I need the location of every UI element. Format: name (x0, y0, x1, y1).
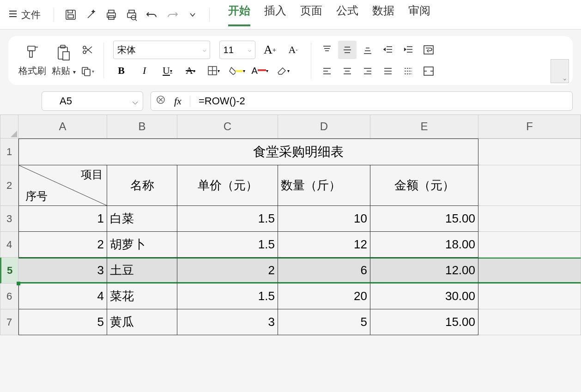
cell[interactable]: 白菜 (107, 206, 177, 232)
cell[interactable]: 6 (278, 258, 370, 283)
justify-icon[interactable] (379, 62, 397, 80)
decrease-font-icon[interactable]: A- (285, 42, 302, 58)
dialog-launcher-icon[interactable]: ⌄ (551, 59, 569, 83)
cell[interactable]: 2 (18, 232, 107, 258)
tab-data[interactable]: 数据 (372, 3, 394, 26)
cell[interactable]: 金额（元） (370, 165, 478, 206)
font-name-select[interactable]: 宋体 ⌵ (113, 41, 210, 59)
cell[interactable]: 菜花 (107, 283, 177, 309)
cell[interactable]: 5 (18, 309, 107, 335)
cell[interactable]: 黄瓜 (107, 309, 177, 335)
font-size-select[interactable]: 11 ⌵ (219, 41, 255, 59)
row-header[interactable]: 1 (0, 139, 18, 165)
cell[interactable]: 3 (18, 258, 107, 283)
magic-icon[interactable] (81, 5, 101, 25)
underline-button[interactable]: U ▾ (159, 63, 176, 78)
format-painter-button[interactable]: 格式刷 (16, 42, 49, 79)
row-header[interactable]: 4 (0, 232, 18, 258)
dropdown-more-icon[interactable] (182, 5, 203, 25)
save-icon[interactable] (61, 5, 81, 25)
row-header[interactable]: 7 (0, 309, 18, 335)
align-center-icon[interactable] (338, 62, 357, 80)
column-header[interactable]: A (18, 115, 107, 139)
align-top-icon[interactable] (318, 41, 336, 59)
align-right-icon[interactable] (358, 62, 377, 80)
column-header[interactable]: B (107, 115, 177, 139)
tab-review[interactable]: 审阅 (408, 3, 430, 26)
select-all-corner[interactable] (0, 115, 18, 139)
row-header[interactable]: 2 (0, 165, 18, 206)
cell[interactable] (478, 232, 581, 258)
column-header[interactable]: D (278, 115, 370, 139)
cell[interactable]: 胡萝卜 (107, 232, 177, 258)
cell[interactable]: 单价（元） (177, 165, 278, 206)
tab-formula[interactable]: 公式 (336, 3, 358, 26)
cell[interactable] (107, 139, 177, 165)
formula-input[interactable] (199, 95, 568, 107)
cell[interactable]: 1 (18, 206, 107, 232)
strikethrough-button[interactable]: A ▾ (182, 63, 199, 78)
cell[interactable] (18, 139, 107, 165)
print-icon[interactable] (101, 5, 121, 25)
merge-cells-icon[interactable] (419, 62, 438, 80)
cell[interactable]: 30.00 (370, 283, 478, 309)
cell[interactable]: 18.00 (370, 232, 478, 258)
cell[interactable]: 10 (278, 206, 370, 232)
cell[interactable]: 12.00 (370, 258, 478, 283)
undo-icon[interactable] (142, 5, 162, 25)
cell[interactable]: 15.00 (370, 309, 478, 335)
cell[interactable]: 食堂采购明细表 (278, 139, 370, 165)
cell[interactable]: 1.5 (177, 232, 278, 258)
cell[interactable]: 20 (278, 283, 370, 309)
fx-icon[interactable]: fx (174, 95, 182, 107)
cell[interactable] (370, 139, 478, 165)
cell-diagonal-header[interactable]: 项目 序号 (18, 165, 107, 206)
cell[interactable]: 2 (177, 258, 278, 283)
tab-insert[interactable]: 插入 (264, 3, 286, 26)
copy-icon[interactable]: ▾ (79, 62, 97, 80)
increase-indent-icon[interactable] (399, 41, 418, 59)
name-box[interactable]: A5 ⌵ (42, 91, 143, 111)
tab-start[interactable]: 开始 (228, 3, 250, 26)
cell[interactable] (478, 165, 581, 206)
cell[interactable]: 3 (177, 309, 278, 335)
cell[interactable] (478, 309, 581, 335)
increase-font-icon[interactable]: A+ (262, 42, 278, 58)
cell[interactable] (478, 206, 581, 232)
eraser-icon[interactable]: ▾ (275, 63, 291, 78)
align-bottom-icon[interactable] (358, 41, 377, 59)
fill-handle[interactable] (17, 282, 20, 285)
align-middle-icon[interactable] (338, 41, 357, 59)
font-color-button[interactable]: A ▾ (252, 63, 268, 78)
wrap-text-icon[interactable] (419, 41, 438, 59)
menu-icon[interactable] (8, 9, 18, 20)
file-menu[interactable]: 文件 (21, 8, 41, 21)
cell[interactable]: 土豆 (107, 258, 177, 283)
column-header[interactable]: F (478, 115, 581, 139)
cell[interactable] (478, 283, 581, 309)
bold-button[interactable]: B (113, 63, 130, 78)
cell[interactable]: 15.00 (370, 206, 478, 232)
row-header[interactable]: 5 (0, 258, 18, 283)
row-header[interactable]: 6 (0, 283, 18, 309)
print-preview-icon[interactable] (121, 5, 142, 25)
paste-button[interactable]: 粘贴 ▾ (49, 42, 79, 79)
cancel-formula-icon[interactable] (156, 95, 166, 108)
cell[interactable]: 5 (278, 309, 370, 335)
redo-icon[interactable] (162, 5, 182, 25)
column-header[interactable]: E (370, 115, 478, 139)
decrease-indent-icon[interactable] (379, 41, 397, 59)
tab-page[interactable]: 页面 (300, 3, 322, 26)
cell[interactable]: 1.5 (177, 283, 278, 309)
cell[interactable]: 12 (278, 232, 370, 258)
fill-color-button[interactable]: ▾ (229, 63, 245, 78)
cell[interactable] (478, 258, 581, 283)
borders-button[interactable]: ▾ (206, 63, 222, 78)
distribute-icon[interactable] (399, 62, 418, 80)
align-left-icon[interactable] (318, 62, 336, 80)
row-header[interactable]: 3 (0, 206, 18, 232)
column-header[interactable]: C (177, 115, 278, 139)
cell[interactable]: 数量（斤） (278, 165, 370, 206)
cell[interactable] (478, 139, 581, 165)
cut-icon[interactable] (79, 41, 97, 59)
